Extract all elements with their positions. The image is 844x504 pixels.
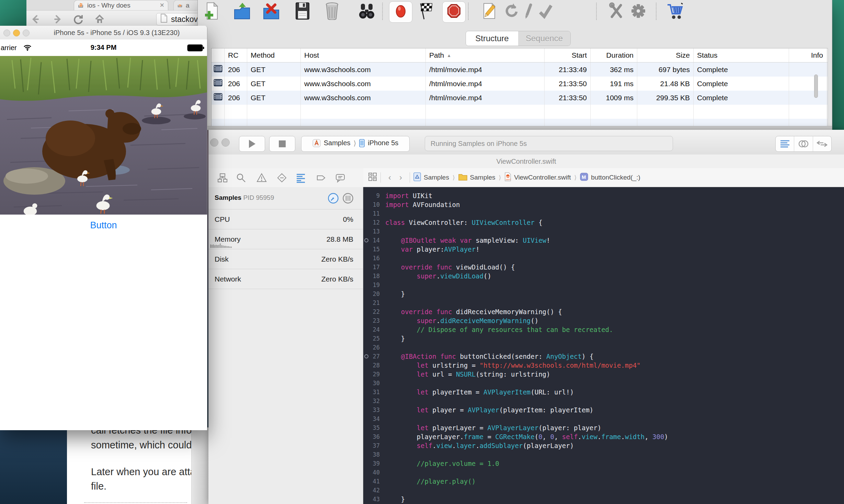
scheme-selector[interactable]: Samples ⟩ iPhone 5s (301, 136, 410, 152)
refresh-button[interactable] (502, 1, 521, 22)
jumpbar-item-method[interactable]: buttonClicked(_:) (591, 174, 640, 181)
column-header-Start[interactable]: Start (545, 48, 591, 62)
column-header-icon[interactable] (212, 48, 225, 62)
line-number: 23 (363, 316, 385, 325)
stop-button-button[interactable] (442, 1, 466, 23)
jumpbar-item-file[interactable]: ViewController.swift (514, 174, 571, 181)
gauge-label: Network (215, 275, 241, 283)
jumpbar-back-icon[interactable]: ‹ (388, 173, 391, 182)
finish-flag-button[interactable] (415, 1, 434, 22)
gauge-label: Disk (215, 255, 229, 263)
code-line: 15 var player:AVPlayer! (363, 245, 844, 254)
table-row[interactable]: 206GETwww.w3schools.com/html/movie.mp421… (212, 77, 828, 91)
check-button[interactable] (536, 1, 555, 22)
tab-structure[interactable]: Structure (466, 31, 518, 46)
tab-sequence[interactable]: Sequence (518, 31, 570, 46)
report-navigator-icon[interactable] (335, 173, 345, 183)
code-line: 39 //player.volume = 1.0 (363, 459, 844, 468)
jumpbar-forward-icon[interactable]: › (399, 173, 402, 182)
gauge-view-icon[interactable] (328, 193, 339, 205)
breakpoint-navigator-icon[interactable] (316, 173, 326, 183)
code-line: 32 (363, 397, 844, 405)
gauge-row-network[interactable]: NetworkZero KB/s (208, 269, 363, 289)
forward-icon[interactable] (52, 14, 62, 24)
network-sniffer-window: Structure Sequence RCMethodHostPath▲Star… (197, 0, 832, 130)
threads-view-icon[interactable] (343, 193, 353, 205)
open-folder-button[interactable] (232, 1, 252, 22)
sniffer-window-footer (198, 126, 832, 130)
find-button[interactable] (357, 1, 376, 22)
close-file-button[interactable] (262, 1, 281, 22)
run-button[interactable] (239, 136, 265, 152)
gauges-list: CPU0%Memory28.8 MBDiskZero KB/sNetworkZe… (208, 209, 363, 289)
code-line: 16 (363, 254, 844, 263)
app-button[interactable]: Button (0, 220, 207, 231)
gauge-row-disk[interactable]: DiskZero KB/s (208, 249, 363, 269)
cart-button[interactable] (665, 1, 684, 22)
window-minimize-button[interactable] (210, 138, 218, 147)
column-header-Size[interactable]: Size (637, 48, 694, 62)
search-navigator-icon[interactable] (236, 173, 246, 183)
column-header-Host[interactable]: Host (301, 48, 426, 62)
standard-editor-button[interactable] (776, 136, 794, 151)
browser-tab[interactable]: ios - Why does ✕ (74, 0, 168, 10)
table-row[interactable]: 206GETwww.w3schools.com/html/movie.mp421… (212, 62, 828, 77)
table-row[interactable]: 206GETwww.w3schools.com/html/movie.mp421… (212, 91, 828, 105)
table-scrollbar[interactable] (814, 75, 818, 98)
video-player[interactable] (0, 56, 207, 215)
window-minimize-button[interactable] (13, 30, 20, 36)
issues-navigator-icon[interactable] (256, 173, 267, 183)
debug-navigator-icon[interactable] (296, 173, 306, 183)
column-header-Path[interactable]: Path▲ (426, 48, 545, 62)
refresh-page-icon[interactable] (73, 14, 83, 24)
assistant-editor-button[interactable] (794, 136, 813, 151)
gear-button[interactable] (629, 1, 648, 22)
column-header-Status[interactable]: Status (694, 48, 789, 62)
code-line: 33 let player = AVPlayer(playerItem: pla… (363, 405, 844, 414)
ib-connection-indicator-icon[interactable] (364, 238, 368, 242)
stop-button[interactable] (269, 136, 295, 152)
pen-button[interactable] (519, 1, 538, 22)
column-header-RC[interactable]: RC (225, 48, 247, 62)
home-icon[interactable] (94, 14, 105, 24)
tests-navigator-icon[interactable] (277, 173, 287, 183)
new-file-button[interactable] (202, 1, 221, 22)
code-editor[interactable]: 9import UIKit10import AVFoundation1112cl… (363, 187, 844, 504)
line-number: 11 (363, 209, 385, 218)
project-navigator-icon[interactable] (217, 173, 228, 183)
window-close-button[interactable] (3, 30, 10, 36)
line-number: 9 (363, 191, 385, 200)
code-line: 12class ViewController: UIViewController… (363, 218, 844, 227)
method-badge-icon: M (580, 173, 588, 183)
jump-bar: ‹ › Samples ⟩ Samples ⟩ SWIFT ViewContro… (363, 168, 844, 187)
related-items-icon[interactable] (368, 172, 377, 183)
gauge-row-memory[interactable]: Memory28.8 MB (208, 229, 363, 249)
line-number: 16 (363, 254, 385, 263)
window-zoom-button[interactable] (23, 30, 30, 36)
line-number: 21 (363, 298, 385, 307)
version-editor-button[interactable] (813, 136, 831, 151)
code-line: 30 (363, 379, 844, 388)
column-header-Method[interactable]: Method (247, 48, 301, 62)
gauge-row-cpu[interactable]: CPU0% (208, 209, 363, 229)
line-number: 37 (363, 441, 385, 450)
process-header[interactable]: Samples PID 95959 (208, 187, 363, 209)
column-header-Duration[interactable]: Duration (591, 48, 637, 62)
desktop: ios - Why does ✕ a (0, 0, 844, 504)
trash-button[interactable] (322, 1, 342, 22)
jumpbar-item-project[interactable]: Samples (424, 174, 449, 181)
column-header-Info[interactable]: Info (789, 48, 827, 62)
jumpbar-item-group[interactable]: Samples (470, 174, 495, 181)
record-button-button[interactable] (389, 1, 412, 23)
ib-connection-indicator-icon[interactable] (364, 354, 368, 358)
window-zoom-button[interactable] (221, 138, 230, 147)
save-button[interactable] (293, 1, 312, 22)
table-row[interactable] (212, 105, 828, 119)
tools-button[interactable] (607, 1, 626, 22)
back-icon[interactable] (31, 14, 41, 24)
tab-close-icon[interactable]: ✕ (160, 2, 164, 9)
code-line: 22 override func didReceiveMemoryWarning… (363, 307, 844, 316)
code-line: 19 (363, 280, 844, 289)
note-button[interactable] (479, 1, 499, 22)
code-line: 13 (363, 227, 844, 236)
